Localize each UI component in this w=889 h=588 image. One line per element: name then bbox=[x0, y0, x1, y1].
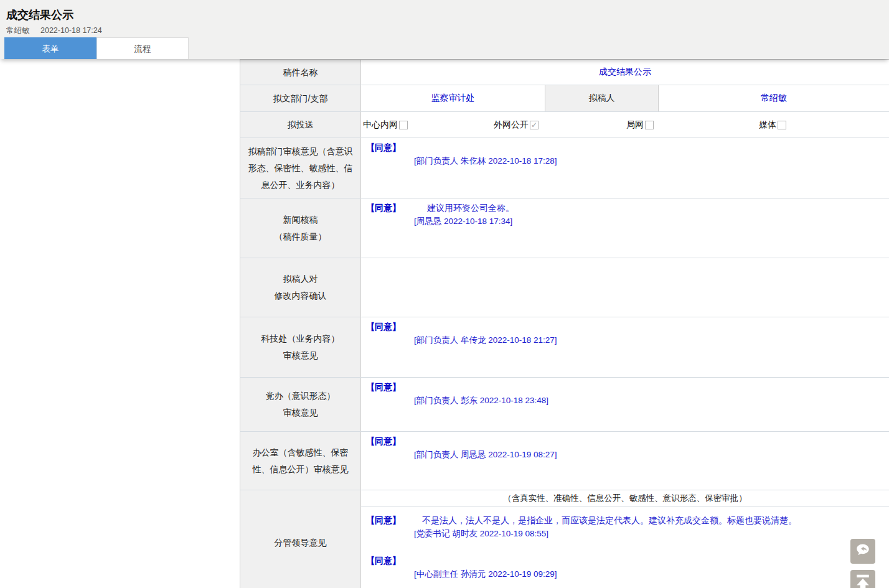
option-media[interactable]: 媒体 bbox=[759, 119, 889, 131]
row-leader-opinion: 分管领导意见 （含真实性、准确性、信息公开、敏感性、意识形态、保密审批） 【同意… bbox=[240, 490, 889, 588]
dept-label: 拟文部门/支部 bbox=[240, 85, 361, 111]
news-review-label-line1: 新闻核稿 bbox=[283, 212, 318, 228]
comment: 【同意】 [部门负责人 彭东 2022-10-18 23:48] bbox=[366, 382, 884, 406]
checkbox-bureau-net[interactable] bbox=[645, 121, 654, 129]
news-review-label: 新闻核稿 （稿件质量） bbox=[240, 198, 361, 258]
drafter-label: 拟稿人 bbox=[545, 85, 659, 111]
comment-signer: [中心副主任 孙清元 2022-10-19 09:29] bbox=[366, 569, 884, 580]
verdict-agree: 【同意】 bbox=[366, 556, 401, 566]
dept-review-comments: 【同意】 [部门负责人 朱仡林 2022-10-18 17:28] bbox=[361, 138, 889, 198]
leader-opinion-label: 分管领导意见 bbox=[240, 490, 361, 588]
tab-form[interactable]: 表单 bbox=[4, 37, 96, 59]
party-review-label: 党办（意识形态） 审核意见 bbox=[240, 378, 361, 431]
tech-review-label-line1: 科技处（业务内容） bbox=[261, 330, 340, 347]
party-review-comments: 【同意】 [部门负责人 彭东 2022-10-18 23:48] bbox=[361, 378, 889, 431]
submit-to-label: 拟投送 bbox=[240, 112, 361, 138]
tab-workflow[interactable]: 流程 bbox=[96, 37, 189, 59]
comment: 【同意】 [中心副主任 孙清元 2022-10-19 09:29] bbox=[366, 556, 884, 580]
draft-title-value: 成交结果公示 bbox=[361, 60, 889, 85]
checkbox-extranet[interactable]: ✓ bbox=[530, 121, 539, 129]
party-review-label-line2: 审核意见 bbox=[283, 404, 318, 421]
draft-title-label: 稿件名称 bbox=[240, 60, 361, 85]
row-draft-title: 稿件名称 成交结果公示 bbox=[240, 60, 889, 85]
option-intranet-label: 中心内网 bbox=[363, 119, 398, 131]
page-title: 成交结果公示 bbox=[6, 7, 73, 22]
office-review-label: 办公室（含敏感性、保密性、信息公开）审核意见 bbox=[240, 432, 361, 490]
verdict-agree: 【同意】 bbox=[366, 436, 401, 446]
drafter-confirm-empty bbox=[361, 258, 889, 317]
row-office-review: 办公室（含敏感性、保密性、信息公开）审核意见 【同意】 [部门负责人 周恳恳 2… bbox=[240, 432, 889, 490]
drafter-value: 常绍敏 bbox=[659, 85, 889, 111]
back-to-top-icon bbox=[855, 573, 871, 588]
row-news-review: 新闻核稿 （稿件质量） 【同意】建议用环资公司全称。 [周恳恳 2022-10-… bbox=[240, 198, 889, 258]
tech-review-comments: 【同意】 [部门负责人 牟传龙 2022-10-18 21:27] bbox=[361, 317, 889, 377]
row-dept: 拟文部门/支部 监察审计处 拟稿人 常绍敏 bbox=[240, 85, 889, 112]
comment: 【同意】 [部门负责人 周恳恳 2022-10-19 08:27] bbox=[366, 436, 884, 460]
tech-review-label: 科技处（业务内容） 审核意见 bbox=[240, 317, 361, 377]
comment-signer: [部门负责人 彭东 2022-10-18 23:48] bbox=[366, 395, 884, 406]
row-party-review: 党办（意识形态） 审核意见 【同意】 [部门负责人 彭东 2022-10-18 … bbox=[240, 378, 889, 432]
news-review-comments: 【同意】建议用环资公司全称。 [周恳恳 2022-10-18 17:34] bbox=[361, 198, 889, 258]
reply-comment-button[interactable] bbox=[850, 539, 875, 564]
comment-signer: [部门负责人 牟传龙 2022-10-18 21:27] bbox=[366, 335, 884, 346]
create-datetime: 2022-10-18 17:24 bbox=[40, 26, 102, 35]
comment-signer: [党委书记 胡时友 2022-10-19 08:55] bbox=[366, 528, 884, 539]
row-dept-review: 拟稿部门审核意见（含意识形态、保密性、敏感性、信息公开、业务内容） 【同意】 [… bbox=[240, 138, 889, 198]
drafter-confirm-label-line2: 修改内容确认 bbox=[275, 287, 327, 304]
verdict-agree: 【同意】 bbox=[366, 142, 401, 152]
verdict-agree: 【同意】 bbox=[366, 322, 401, 332]
byline: 常绍敏 2022-10-18 17:24 bbox=[6, 26, 102, 36]
verdict-agree: 【同意】 bbox=[366, 203, 401, 213]
row-tech-review: 科技处（业务内容） 审核意见 【同意】 [部门负责人 牟传龙 2022-10-1… bbox=[240, 317, 889, 378]
leader-opinion-comments: 【同意】不是法人，法人不是人，是指企业，而应该是法定代表人。建议补充成交金额。标… bbox=[361, 506, 889, 588]
leader-opinion-value: （含真实性、准确性、信息公开、敏感性、意识形态、保密审批） 【同意】不是法人，法… bbox=[361, 490, 889, 588]
reply-comment-icon bbox=[855, 542, 871, 561]
comment: 【同意】建议用环资公司全称。 [周恳恳 2022-10-18 17:34] bbox=[366, 203, 884, 227]
option-extranet[interactable]: 外网公开 ✓ bbox=[494, 119, 626, 131]
row-drafter-confirm: 拟稿人对 修改内容确认 bbox=[240, 258, 889, 317]
option-intranet[interactable]: 中心内网 bbox=[361, 119, 494, 131]
tech-review-label-line2: 审核意见 bbox=[283, 347, 318, 364]
page-header: 成交结果公示 常绍敏 2022-10-18 17:24 表单 流程 bbox=[0, 0, 889, 59]
option-media-label: 媒体 bbox=[759, 119, 776, 131]
submit-to-options: 中心内网 外网公开 ✓ 局网 媒体 bbox=[361, 112, 889, 138]
comment: 【同意】 [部门负责人 朱仡林 2022-10-18 17:28] bbox=[366, 142, 884, 167]
approval-form: 稿件名称 成交结果公示 拟文部门/支部 监察审计处 拟稿人 常绍敏 拟投送 中心… bbox=[240, 59, 889, 588]
drafter-confirm-label-line1: 拟稿人对 bbox=[283, 271, 318, 287]
comment-text: 不是法人，法人不是人，是指企业，而应该是法定代表人。建议补充成交金额。标题也要说… bbox=[422, 515, 797, 525]
comment: 【同意】不是法人，法人不是人，是指企业，而应该是法定代表人。建议补充成交金额。标… bbox=[366, 515, 884, 539]
option-extranet-label: 外网公开 bbox=[494, 119, 529, 131]
office-review-comments: 【同意】 [部门负责人 周恳恳 2022-10-19 08:27] bbox=[361, 432, 889, 490]
comment-signer: [部门负责人 周恳恳 2022-10-19 08:27] bbox=[366, 449, 884, 460]
verdict-agree: 【同意】 bbox=[366, 382, 401, 392]
option-bureau-net-label: 局网 bbox=[626, 119, 644, 131]
party-review-label-line1: 党办（意识形态） bbox=[266, 388, 336, 404]
author-name: 常绍敏 bbox=[6, 26, 30, 35]
comment-signer: [部门负责人 朱仡林 2022-10-18 17:28] bbox=[366, 156, 884, 167]
tab-bar: 表单 流程 bbox=[4, 37, 189, 59]
checkbox-intranet[interactable] bbox=[399, 121, 408, 129]
back-to-top-button[interactable] bbox=[850, 570, 875, 588]
verdict-agree: 【同意】 bbox=[366, 515, 401, 525]
row-submit-to: 拟投送 中心内网 外网公开 ✓ 局网 媒体 bbox=[240, 112, 889, 138]
comment: 【同意】 [部门负责人 牟传龙 2022-10-18 21:27] bbox=[366, 322, 884, 346]
option-bureau-net[interactable]: 局网 bbox=[626, 119, 759, 131]
comment-signer: [周恳恳 2022-10-18 17:34] bbox=[366, 216, 884, 227]
page: 成交结果公示 常绍敏 2022-10-18 17:24 表单 流程 稿件名称 成… bbox=[0, 0, 889, 588]
dept-value: 监察审计处 bbox=[361, 85, 545, 111]
dept-review-label: 拟稿部门审核意见（含意识形态、保密性、敏感性、信息公开、业务内容） bbox=[240, 138, 361, 198]
comment-text: 建议用环资公司全称。 bbox=[427, 203, 514, 213]
news-review-label-line2: （稿件质量） bbox=[275, 228, 327, 245]
drafter-confirm-label: 拟稿人对 修改内容确认 bbox=[240, 258, 361, 317]
leader-opinion-note: （含真实性、准确性、信息公开、敏感性、意识形态、保密审批） bbox=[361, 490, 889, 506]
checkbox-media[interactable] bbox=[778, 121, 786, 129]
